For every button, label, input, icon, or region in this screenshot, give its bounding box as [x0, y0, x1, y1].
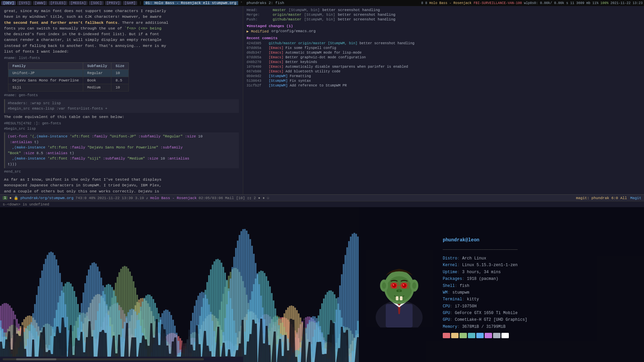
sb-music: Holo Bass - Rosenjack	[150, 196, 197, 200]
commit-row-2[interactable]: 07dd65a [Emacs] Fix some flyspell config	[247, 46, 641, 50]
svg-rect-1175	[312, 316, 314, 362]
svg-point-1211	[402, 284, 406, 288]
neo-field-shell: Shell: fish	[443, 283, 637, 289]
tb-active-tab[interactable]: 01: Holo Bass - Rosenjack eli stumpwm.or…	[144, 1, 238, 5]
commit-row-9[interactable]: 5138643 [StumpWM] Fix syntax	[247, 79, 641, 83]
svg-rect-1061	[108, 315, 109, 362]
svg-point-1215	[396, 290, 398, 292]
svg-point-1222	[412, 282, 416, 289]
color-yellow	[451, 333, 459, 338]
topbar: [DEV] [SYS] [WWW] [FILES] [MEDIA] [SOC] …	[0, 0, 644, 6]
neo-avatar	[366, 250, 433, 324]
modified-row[interactable]: ▶ Modified org/config/emacs.org	[247, 29, 641, 34]
scroll-thumb[interactable]	[16, 358, 56, 360]
svg-rect-1196	[350, 237, 352, 362]
neo-field-uptime: Uptime: 3 hours, 34 mins	[443, 269, 637, 276]
color-white	[493, 333, 500, 338]
svg-rect-1130	[231, 267, 233, 362]
neo-field-distro: Distro: Arch Linux	[443, 255, 637, 262]
color-bright-white	[501, 333, 509, 338]
neo-username: phundrak@leon	[443, 236, 637, 244]
magit-panel[interactable]: Head: master [StumpWM, bin] better scree…	[243, 6, 644, 194]
commit-row-4[interactable]: 07dd65a [Emacs] Better graphviz-dot mode…	[247, 55, 641, 59]
main-area: great, since my main font does not suppo…	[0, 6, 644, 194]
col-size: Size	[111, 62, 128, 70]
svg-rect-1127	[226, 304, 228, 362]
neofetch-panel: phundrak@leon ──────────────────────────…	[359, 207, 644, 362]
color-green	[460, 333, 467, 338]
svg-rect-1133	[237, 241, 238, 362]
tb-tab2[interactable]: phundraks 2: fish	[245, 1, 286, 5]
neo-color-swatches	[443, 333, 637, 338]
commit-row-5[interactable]: d48b270 [Emacs] Better keybinds	[247, 60, 641, 64]
sb-music-note: ♪	[146, 196, 148, 200]
commit-row-1[interactable]: 424d305 github/master origin/master [Stu…	[247, 41, 641, 45]
begin-src-label: #begin_src lisp	[4, 126, 239, 132]
tb-files-tag[interactable]: [FILES]	[49, 1, 67, 5]
svg-rect-1113	[201, 292, 203, 362]
sb-flag: ●	[9, 196, 12, 200]
svg-rect-1217	[396, 296, 398, 300]
sb-time: 02:05/03:06	[199, 196, 223, 200]
svg-point-1210	[392, 284, 396, 288]
sb-right-label: Magit	[630, 196, 641, 200]
statusbar: 1 ● 🔒 phundrak/org/stumpwm.org 743:0 40%…	[0, 194, 644, 201]
waveform-svg	[0, 207, 359, 362]
tb-www-tag[interactable]: [WWW]	[33, 1, 47, 5]
tb-sep2: *	[240, 1, 243, 5]
color-red	[443, 333, 450, 338]
gen-fonts-src: #headers: :wrap src lisp #begin_src emac…	[4, 99, 239, 113]
tb-media-tag[interactable]: [MEDIA]	[69, 1, 88, 5]
neo-field-kernel: Kernel: Linux 5.15.3-zen1-1-zen	[443, 262, 637, 268]
commit-row-8[interactable]: 0b9e9d2 [StumpWM] Formatting	[247, 74, 641, 78]
magit-unstaged-section: ▼Unstaged changes (1) ▶ Modified org/con…	[247, 24, 641, 34]
scroll-track[interactable]	[3, 358, 204, 360]
unifont-note: As far as I know, Unifont is the only fo…	[4, 177, 239, 194]
commit-row-6[interactable]: 1078400 [Emacs] Automatically disable sm…	[247, 65, 641, 69]
svg-rect-1188	[335, 310, 337, 362]
recent-commits-header: Recent commits	[247, 36, 641, 40]
svg-rect-1131	[233, 257, 235, 362]
neo-field-packages: Packages: 1918 (pacman)	[443, 276, 637, 282]
emacs-panel[interactable]: great, since my main font does not suppo…	[0, 6, 243, 194]
end-src-label: #end_src	[4, 169, 239, 175]
svg-point-1212	[393, 284, 394, 286]
svg-rect-1198	[354, 233, 355, 362]
sb-date: 2021-11-22 13:39 3.19	[97, 196, 144, 200]
tb-dev-tag[interactable]: [DEV]	[1, 1, 16, 5]
echo-text: s-<down> is undefined	[3, 202, 49, 206]
neo-info: phundrak@leon ──────────────────────────…	[443, 236, 637, 338]
color-purple	[485, 333, 492, 338]
svg-rect-1137	[244, 229, 246, 362]
magit-commits-section: Recent commits 424d305 github/master ori…	[247, 36, 641, 87]
col-subfamily: Subfamily	[83, 62, 111, 70]
font-row-dejavu: DejaVu Sans Mono for Powerline Book 8.5	[8, 77, 129, 84]
commit-row-10[interactable]: 31cfb2f [StumpWM] Add reference to Stump…	[247, 83, 641, 87]
tb-gam-tag[interactable]: [GAM]	[123, 1, 137, 5]
commit-row-7[interactable]: 667eb08 [Emacs] Add bluetooth utility co…	[247, 69, 641, 73]
unstaged-header: ▼Unstaged changes (1)	[247, 24, 641, 28]
svg-rect-1197	[352, 234, 354, 362]
tb-sys-tag[interactable]: [SYS]	[17, 1, 32, 5]
set-font-code-block: (set-font '(,(make-instance 'xft:font :f…	[4, 132, 239, 168]
col-family: Family	[8, 62, 83, 70]
tb-priv-tag[interactable]: [PRIV]	[105, 1, 122, 5]
svg-point-1221	[382, 282, 386, 289]
magit-head-section: Head: master [StumpWM, bin] better scree…	[247, 8, 641, 21]
sb-pos: 743:0 40%	[75, 196, 95, 200]
commit-row-3[interactable]: d6db347 [Emacs] Automatic StumpWM mode f…	[247, 51, 641, 55]
font-row-siji: Siji Medium 10	[8, 84, 129, 92]
font-table: Family Subfamily Size Unifont-JP Regular…	[8, 62, 129, 92]
svg-rect-1119	[212, 321, 213, 362]
svg-point-1213	[403, 284, 404, 286]
results-label: #RESULTS[4792 :]: gen-fonts	[4, 121, 239, 126]
sb-window-num: 1	[3, 196, 7, 200]
neo-field-cpu: CPU: i7-10750H	[443, 303, 637, 310]
tb-soc-tag[interactable]: [SOC]	[89, 1, 103, 5]
svg-point-1216	[400, 290, 402, 292]
intro-paragraph: great, since my main font does not suppo…	[4, 8, 239, 54]
sb-mail: Mail [10]	[225, 196, 245, 200]
gen-fonts-label: #name: gen-fonts	[4, 93, 239, 98]
magit-head-row: Head: master [StumpWM, bin] better scree…	[247, 8, 641, 12]
svg-rect-1218	[400, 296, 402, 300]
